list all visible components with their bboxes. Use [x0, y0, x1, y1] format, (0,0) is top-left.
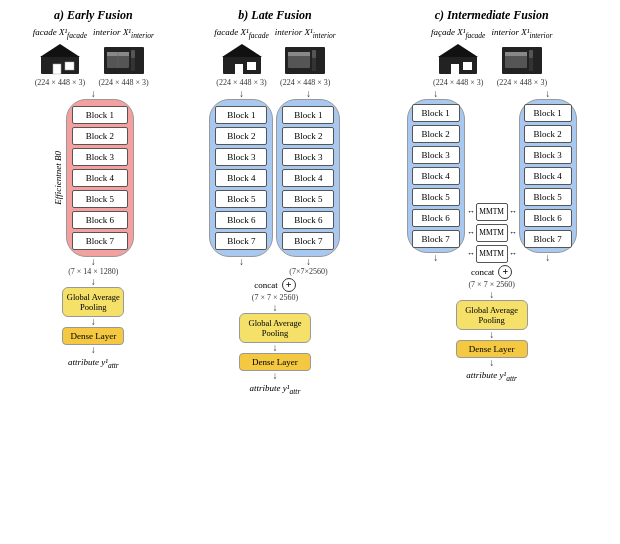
- svg-rect-19: [312, 57, 316, 71]
- svg-rect-2: [53, 64, 61, 74]
- svg-marker-22: [438, 44, 478, 57]
- dense-inter: Dense Layer: [456, 340, 528, 358]
- block4-early: Block 4: [72, 169, 128, 187]
- attr-early: attribute y¹attr: [68, 357, 119, 370]
- efficientnet-pill-late-2: Block 1 Block 2 Block 3 Block 4 Block 5 …: [276, 99, 340, 257]
- svg-rect-23: [451, 64, 459, 74]
- mmtm-6: MMTM: [476, 224, 508, 242]
- facade-input-late: facade X¹facade (224 × 448 × 3): [214, 27, 268, 87]
- svg-rect-28: [529, 57, 533, 71]
- svg-rect-20: [312, 50, 316, 58]
- svg-rect-3: [65, 62, 74, 70]
- late-fusion-section: b) Late Fusion facade X¹facade (224 × 44…: [190, 8, 360, 396]
- early-fusion-section: a) Early Fusion facade X¹facade (224 × 4…: [23, 8, 163, 370]
- mmtm-7: MMTM: [476, 245, 508, 263]
- intermediate-fusion-section: c) Intermediate Fusion façade X¹facade (…: [387, 8, 597, 383]
- block2-early: Block 2: [72, 127, 128, 145]
- facade-input-early: facade X¹facade (224 × 448 × 3): [33, 27, 87, 87]
- mmtm-row-7: Block 7: [412, 230, 460, 248]
- attr-late: attribute y¹attr: [250, 383, 301, 396]
- interior-input-early: interior X¹interior (224 × 448 × 3): [93, 27, 154, 87]
- dense-late: Dense Layer: [239, 353, 311, 371]
- interior-input-late: interior X¹interior (224 × 448 × 3): [275, 27, 336, 87]
- gap-late: Global Average Pooling: [239, 313, 311, 343]
- svg-rect-27: [505, 52, 527, 56]
- efficientnet-pill-late-1: Block 1 Block 2 Block 3 Block 4 Block 5 …: [209, 99, 273, 257]
- block5-early: Block 5: [72, 190, 128, 208]
- block3-early: Block 3: [72, 148, 128, 166]
- svg-marker-13: [222, 44, 262, 57]
- block1-early: Block 1: [72, 106, 128, 124]
- efficientnet-label-early: Efficientnet B0: [53, 151, 63, 205]
- arrow-early: ↓: [91, 89, 96, 99]
- gap-inter: Global Average Pooling: [456, 300, 528, 330]
- early-fusion-title: a) Early Fusion: [54, 8, 133, 23]
- mmtm-row-5: Block 5: [412, 188, 460, 206]
- facade-input-inter: façade X¹facade (224 × 448 × 3): [431, 27, 485, 87]
- svg-marker-1: [40, 44, 80, 57]
- interior-input-inter: interior X¹interior (224 × 448 × 3): [491, 27, 552, 87]
- svg-rect-9: [131, 57, 135, 71]
- late-fusion-title: b) Late Fusion: [238, 8, 311, 23]
- efficientnet-pill-inter-2: Block 1 Block 2 Block 3 Block 4 Block 5 …: [519, 99, 577, 253]
- svg-rect-29: [529, 50, 533, 58]
- block6-early: Block 6: [72, 211, 128, 229]
- attr-inter: attribute y¹attr: [466, 370, 517, 383]
- svg-rect-14: [235, 64, 243, 74]
- mmtm-row-6: Block 6: [412, 209, 460, 227]
- block7-early: Block 7: [72, 232, 128, 250]
- svg-rect-15: [247, 62, 256, 70]
- mmtm-5: MMTM: [476, 203, 508, 221]
- dense-early: Dense Layer: [62, 327, 124, 345]
- svg-rect-18: [288, 52, 310, 56]
- gap-early: Global Average Pooling: [62, 287, 124, 317]
- efficientnet-pill-inter-1: Block 1 Block 2 Block 3 Block 4 Block 5 …: [407, 99, 465, 253]
- svg-rect-10: [131, 50, 135, 58]
- intermediate-fusion-title: c) Intermediate Fusion: [435, 8, 549, 23]
- svg-rect-24: [463, 62, 472, 70]
- efficientnet-pill-early: Block 1 Block 2 Block 3 Block 4 Block 5 …: [66, 99, 134, 257]
